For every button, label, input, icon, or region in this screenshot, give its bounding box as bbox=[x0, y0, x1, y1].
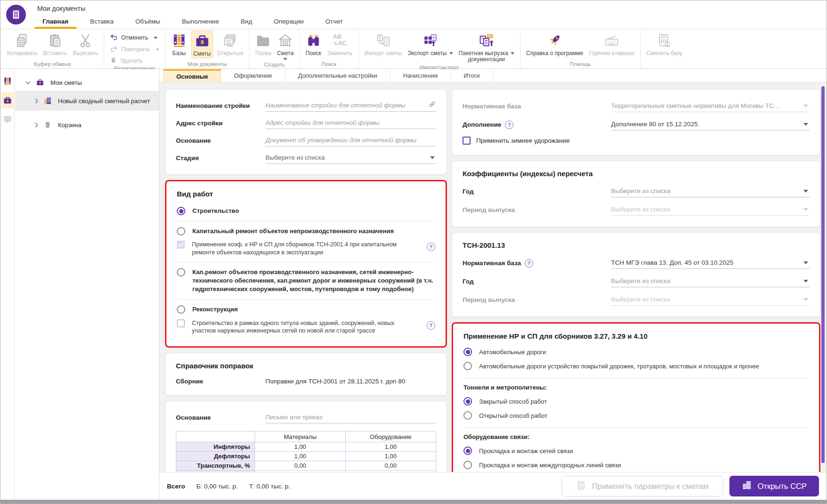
radio-icon[interactable] bbox=[463, 461, 472, 469]
batch-export-button[interactable]: Пакетная выгрузкадокументации bbox=[457, 30, 516, 64]
open-ssr-button[interactable]: Открыть ССР bbox=[729, 476, 819, 496]
one-title-option: Строительство в рамках одного титула нов… bbox=[177, 318, 435, 339]
content-scrollbar[interactable] bbox=[821, 86, 825, 463]
radio-capital-repair-prod[interactable]: Кап.ремонт объектов производственного на… bbox=[177, 264, 435, 298]
ribbon-tab-otchet[interactable]: Отчет bbox=[314, 15, 354, 28]
tsn13-period-select[interactable]: Выберите из списка bbox=[611, 294, 810, 306]
tree-item-my-estimates[interactable]: Мои сметы bbox=[15, 74, 159, 91]
search-button[interactable]: Поиск bbox=[304, 30, 323, 57]
chevron-right-icon[interactable] bbox=[33, 98, 38, 103]
help-icon[interactable]: ? bbox=[525, 259, 533, 268]
group-clipboard: Копировать Вставить Вырезать Буфер обмен… bbox=[1, 29, 104, 68]
supplement-select[interactable]: Дополнение 80 от 15.12.2025 bbox=[611, 119, 810, 130]
strip-opened-icon[interactable] bbox=[1, 112, 14, 128]
radio-icon[interactable] bbox=[177, 227, 185, 236]
estimates-button[interactable]: Сметы bbox=[191, 30, 213, 58]
radio-selected-icon[interactable] bbox=[177, 207, 185, 215]
ribbon-tab-vstavka[interactable]: Вставка bbox=[79, 15, 124, 28]
chevron-down-icon bbox=[803, 105, 808, 107]
cut-button[interactable]: Вырезать bbox=[71, 30, 100, 57]
one-title-checkbox[interactable] bbox=[177, 319, 185, 327]
opened-button[interactable]: Открытые bbox=[215, 30, 245, 57]
redo-button[interactable]: Повторить bbox=[110, 45, 159, 54]
coeff-year-select[interactable]: Выберите из списка bbox=[611, 186, 810, 197]
folder-button[interactable]: Папка bbox=[253, 30, 273, 57]
construction-name-field[interactable]: Наименование стройки для отчетной формы bbox=[265, 100, 436, 112]
radio-icon[interactable] bbox=[177, 305, 185, 314]
strip-bases-icon[interactable] bbox=[1, 73, 14, 89]
undo-button[interactable]: Отменить bbox=[110, 33, 159, 42]
repair-coef-checkbox[interactable] bbox=[177, 241, 185, 249]
ribbon-tab-obyomy[interactable]: Объёмы bbox=[124, 15, 171, 28]
radio-selected-icon[interactable] bbox=[463, 447, 472, 455]
radio-roads[interactable]: Автомобильные дороги bbox=[463, 345, 809, 359]
chevron-down-icon bbox=[803, 298, 808, 301]
stage-select[interactable]: Выберите из списка bbox=[265, 152, 436, 164]
tunnels-sublabel: Тоннели и метрополитены: bbox=[463, 384, 809, 391]
help-icon[interactable]: ? bbox=[427, 321, 435, 330]
radio-capital-repair-nonprod[interactable]: Капитальный ремонт объектов непроизводст… bbox=[177, 223, 435, 240]
apply-params-button[interactable]: Применить параметры к сметам bbox=[562, 476, 723, 496]
radio-icon[interactable] bbox=[463, 362, 472, 370]
radio-selected-icon[interactable] bbox=[463, 397, 472, 406]
radio-icon[interactable] bbox=[463, 411, 472, 420]
binoculars-icon bbox=[306, 32, 322, 49]
tree-item-new-summary-estimate[interactable]: Новый сводный сметный расчет bbox=[15, 91, 159, 111]
ribbon-tab-operatsii[interactable]: Операции bbox=[263, 15, 314, 28]
radio-roads-coverings[interactable]: Автомобильные дороги устройство покрытий… bbox=[463, 359, 809, 373]
construction-address-field[interactable]: Адрес стройки для отчетной формы bbox=[265, 117, 436, 129]
inflators-basis-field[interactable]: Письмо или приказ bbox=[265, 412, 436, 423]
radio-selected-icon[interactable] bbox=[463, 348, 472, 356]
document-tree: Мои сметы Новый сводный сметный расчет К… bbox=[15, 69, 159, 500]
copy-button[interactable]: Копировать bbox=[5, 30, 40, 57]
about-button[interactable]: Справка о программе bbox=[524, 30, 585, 57]
tab-nachisleniya[interactable]: Начисления bbox=[390, 69, 451, 82]
repair-coef-option: Применение коэф. к НР и СП для сборников… bbox=[177, 240, 435, 260]
chevron-down-icon bbox=[803, 261, 808, 264]
tab-itogi[interactable]: Итоги bbox=[451, 69, 493, 82]
tsn13-base-select[interactable]: ТСН МГЭ глава 13. Доп. 45 от 03.10.2025 bbox=[611, 257, 810, 269]
hotkeys-button[interactable]: Горячие клавиши bbox=[587, 30, 637, 57]
tab-dop-nastroyki[interactable]: Дополнительные настройки bbox=[285, 69, 390, 82]
strip-estimates-icon[interactable] bbox=[1, 92, 14, 108]
radio-comm-longdistance[interactable]: Прокладка и монтаж междугородных линий с… bbox=[463, 458, 809, 472]
chevron-down-icon bbox=[803, 190, 808, 193]
radio-open-method[interactable]: Открытый способ работ bbox=[463, 408, 809, 423]
radio-reconstruction[interactable]: Реконструкция bbox=[177, 301, 435, 318]
radio-comm-networks[interactable]: Прокладка и монтаж сетей связи bbox=[463, 444, 809, 458]
help-icon[interactable]: ? bbox=[505, 121, 513, 129]
winter-checkbox[interactable] bbox=[463, 137, 471, 145]
ribbon-tab-glavnaya[interactable]: Главная bbox=[32, 15, 79, 28]
link-icon[interactable] bbox=[428, 100, 436, 110]
paste-button[interactable]: Вставить bbox=[41, 30, 69, 57]
ribbon-tab-vid[interactable]: Вид bbox=[230, 15, 263, 28]
coeff-period-select[interactable]: Выберите из списка bbox=[611, 204, 810, 216]
help-icon[interactable]: ? bbox=[427, 243, 435, 251]
export-button[interactable]: Экспорт сметы bbox=[406, 30, 455, 57]
radio-closed-method[interactable]: Закрытый способ работ bbox=[463, 394, 809, 408]
replace-button[interactable]: AB↳AC Заменить bbox=[325, 30, 355, 57]
tree-item-trash[interactable]: Корзина bbox=[15, 116, 159, 133]
tab-osnovnye[interactable]: Основные bbox=[163, 69, 221, 82]
tsn13-year-select[interactable]: Выберите из списка bbox=[611, 276, 810, 287]
import-button[interactable]: Импорт сметы bbox=[363, 30, 404, 57]
basis-document-field[interactable]: Документ об утверждении для отчетной фор… bbox=[265, 135, 436, 146]
radio-icon[interactable] bbox=[177, 268, 185, 276]
total-base-value: Б: 0,00 тыс. р. bbox=[196, 483, 238, 490]
change-base-button[interactable]: Сменить базу bbox=[645, 30, 685, 57]
ribbon-tab-vypolnenie[interactable]: Выполнение bbox=[171, 15, 230, 28]
radio-construction[interactable]: Строительство bbox=[177, 203, 435, 219]
new-estimate-button[interactable]: Смета bbox=[275, 30, 295, 61]
chevron-right-icon[interactable] bbox=[33, 122, 38, 127]
tab-oformlenie[interactable]: Оформление bbox=[221, 69, 285, 82]
delete-button[interactable]: Удалить bbox=[110, 57, 159, 65]
bases-button[interactable]: Базы bbox=[169, 30, 189, 57]
inflators-card: Основание Письмо или приказ Материалы Об… bbox=[165, 401, 447, 472]
group-search: Поиск AB↳AC Заменить Поиск bbox=[300, 29, 359, 68]
winter-increase-option[interactable]: Применить зимнее удорожание bbox=[463, 134, 810, 147]
rocket-icon bbox=[546, 32, 562, 49]
normative-base-select[interactable]: Территориальные сметные нормативы для Мо… bbox=[611, 100, 810, 112]
chevron-down-icon[interactable] bbox=[26, 80, 31, 84]
estimate-house-icon bbox=[277, 32, 293, 49]
scissors-icon bbox=[77, 32, 93, 49]
